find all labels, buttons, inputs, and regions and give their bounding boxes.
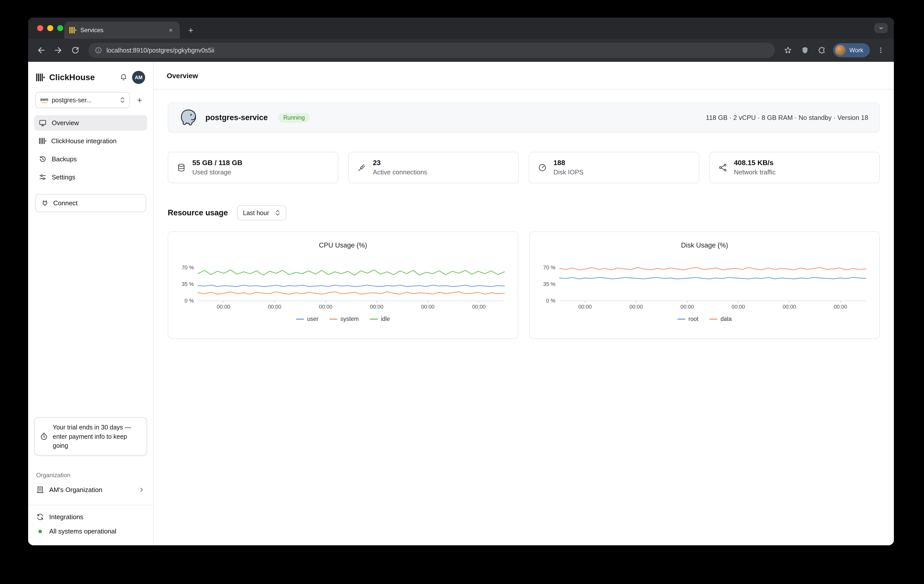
clickhouse-logo xyxy=(36,73,45,82)
sidebar-item-label: Settings xyxy=(52,174,75,181)
sidebar: ClickHouse AM aws postgres-ser... xyxy=(28,62,153,545)
svg-text:00:00: 00:00 xyxy=(578,304,592,310)
legend-label: idle xyxy=(381,316,390,323)
new-tab-button[interactable]: + xyxy=(184,23,198,37)
stat-label: Network traffic xyxy=(734,168,776,176)
cpu-usage-plot[interactable]: 0 %35 %70 %00:0000:0000:0000:0000:0000:0… xyxy=(174,254,512,313)
back-button[interactable] xyxy=(33,42,49,58)
sidebar-item-label: Backups xyxy=(52,155,77,163)
legend-label: system xyxy=(340,316,359,323)
desktop: Services × + xyxy=(0,0,924,584)
star-icon xyxy=(784,46,792,55)
resource-usage-row: Resource usage Last hour xyxy=(168,205,880,220)
zoom-window-button[interactable] xyxy=(57,25,63,31)
brand-name: ClickHouse xyxy=(49,73,95,82)
svg-text:35 %: 35 % xyxy=(543,281,555,287)
profile-avatar xyxy=(835,45,846,56)
bell-icon xyxy=(119,73,127,81)
organization-name: AM's Organization xyxy=(49,486,102,494)
legend-item[interactable]: idle xyxy=(370,316,390,323)
time-range-value: Last hour xyxy=(243,209,269,217)
stat-label: Used storage xyxy=(192,168,242,176)
network-icon xyxy=(718,163,728,172)
page-title: Overview xyxy=(153,62,894,89)
connect-button[interactable]: Connect xyxy=(35,194,146,212)
svg-text:00:00: 00:00 xyxy=(680,304,694,310)
browser-toolbar: localhost:8910/postgres/pgkybgnv0s5ii Wo xyxy=(28,39,894,62)
legend-swatch xyxy=(330,319,337,319)
stat-value: 408.15 KB/s xyxy=(734,159,776,167)
close-window-button[interactable] xyxy=(37,25,43,31)
browser-tab-services[interactable]: Services × xyxy=(64,22,180,39)
privacy-extension-button[interactable] xyxy=(797,42,813,58)
tab-search-button[interactable] xyxy=(874,23,888,33)
clickhouse-favicon xyxy=(69,26,76,34)
svg-text:00:00: 00:00 xyxy=(629,304,643,310)
reload-button[interactable] xyxy=(67,42,83,58)
legend-item[interactable]: root xyxy=(677,316,698,323)
select-updown-icon xyxy=(120,96,125,104)
resource-usage-title: Resource usage xyxy=(168,208,228,217)
svg-text:00:00: 00:00 xyxy=(319,304,332,310)
legend-item[interactable]: data xyxy=(710,316,732,323)
sidebar-item-label: ClickHouse integration xyxy=(51,137,117,145)
close-tab-icon[interactable]: × xyxy=(167,26,175,34)
trial-notice-text: Your trial ends in 30 days — enter payme… xyxy=(53,423,140,450)
time-range-select[interactable]: Last hour xyxy=(237,205,286,220)
storage-icon xyxy=(177,163,186,172)
svg-text:0 %: 0 % xyxy=(546,298,555,304)
site-info-icon[interactable] xyxy=(95,47,102,54)
shield-icon xyxy=(801,46,809,54)
svg-text:00:00: 00:00 xyxy=(421,304,435,310)
tab-strip: Services × + xyxy=(28,18,894,39)
sidebar-item-clickhouse-integration[interactable]: ClickHouse integration xyxy=(34,133,147,149)
address-bar[interactable]: localhost:8910/postgres/pgkybgnv0s5ii xyxy=(88,43,775,58)
organization-switcher[interactable]: AM's Organization xyxy=(30,482,151,498)
stat-card-disk-iops: 188 Disk IOPS xyxy=(529,152,699,183)
browser-menu-button[interactable] xyxy=(873,42,889,58)
bookmark-button[interactable] xyxy=(780,42,796,58)
charts-row: CPU Usage (%) 0 %35 %70 %00:0000:0000:00… xyxy=(168,232,880,339)
connections-icon xyxy=(357,163,366,172)
sidebar-item-settings[interactable]: Settings xyxy=(34,169,147,185)
minimize-window-button[interactable] xyxy=(47,25,53,31)
app-viewport: ClickHouse AM aws postgres-ser... xyxy=(28,62,894,545)
service-selector[interactable]: aws postgres-ser... xyxy=(35,92,130,108)
sidebar-item-label: Overview xyxy=(52,119,79,127)
postgres-logo xyxy=(179,108,198,127)
add-service-button[interactable]: + xyxy=(132,93,147,108)
kebab-menu-icon xyxy=(877,46,884,54)
system-status-row[interactable]: All systems operational xyxy=(36,528,145,535)
stat-value: 23 xyxy=(373,159,427,167)
legend-item[interactable]: user xyxy=(296,316,318,323)
user-avatar[interactable]: AM xyxy=(132,71,145,84)
system-status-text: All systems operational xyxy=(49,528,116,535)
extensions-button[interactable] xyxy=(814,42,830,58)
sidebar-header: ClickHouse AM xyxy=(28,67,153,88)
svg-text:00:00: 00:00 xyxy=(472,304,486,310)
history-icon xyxy=(39,155,47,163)
chart-title: Disk Usage (%) xyxy=(536,242,873,249)
aws-provider-icon: aws xyxy=(40,97,48,103)
legend-label: user xyxy=(307,316,318,323)
cpu-usage-chart: CPU Usage (%) 0 %35 %70 %00:0000:0000:00… xyxy=(168,232,518,339)
sidebar-item-overview[interactable]: Overview xyxy=(34,115,147,131)
service-name: postgres-service xyxy=(205,113,268,122)
svg-text:00:00: 00:00 xyxy=(217,304,230,310)
connect-button-label: Connect xyxy=(53,199,78,207)
legend-swatch xyxy=(710,319,717,319)
tab-title: Services xyxy=(80,26,163,34)
sidebar-footer: Integrations All systems operational xyxy=(28,505,153,545)
forward-button[interactable] xyxy=(50,42,66,58)
svg-text:70 %: 70 % xyxy=(182,265,194,271)
integrations-link[interactable]: Integrations xyxy=(36,513,145,521)
legend-item[interactable]: system xyxy=(330,316,359,323)
browser-profile-button[interactable]: Work xyxy=(833,43,870,57)
service-selector-value: postgres-ser... xyxy=(52,96,117,104)
trial-notice: Your trial ends in 30 days — enter payme… xyxy=(34,417,147,456)
service-selector-row: aws postgres-ser... + xyxy=(28,88,153,108)
sidebar-item-backups[interactable]: Backups xyxy=(34,151,147,167)
plug-icon xyxy=(41,199,49,207)
disk-usage-plot[interactable]: 0 %35 %70 %00:0000:0000:0000:0000:0000:0… xyxy=(536,254,873,313)
notifications-button[interactable] xyxy=(119,73,127,81)
